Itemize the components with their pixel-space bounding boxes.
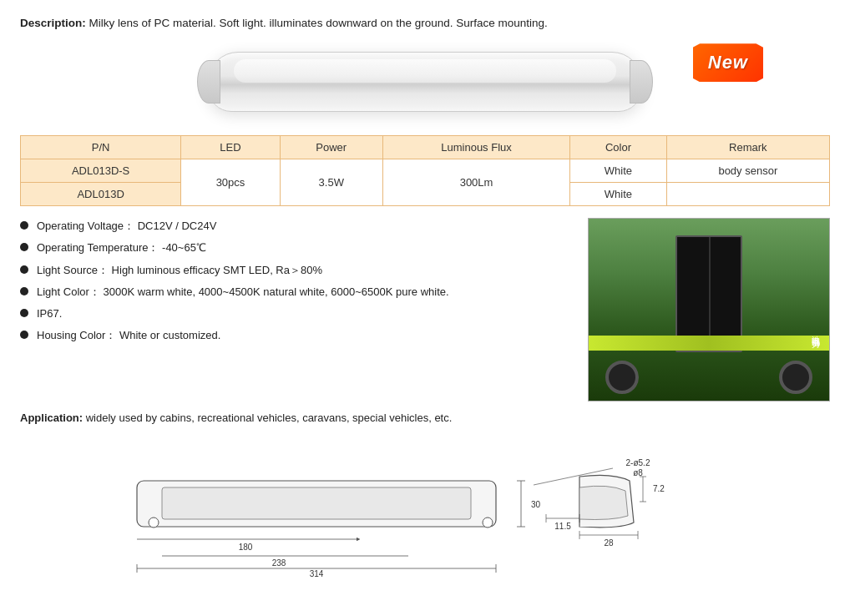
dim-180: 180	[239, 543, 253, 552]
product-lamp	[208, 52, 642, 112]
application-label: Application:	[20, 412, 83, 424]
description-text: Milky lens of PC material. Soft light. i…	[89, 17, 548, 29]
svg-point-2	[149, 518, 159, 528]
row12-power: 3.5W	[280, 159, 382, 206]
specs-list: Operating Voltage： DC12V / DC24V Operati…	[20, 218, 573, 349]
row12-led: 30pcs	[181, 159, 280, 206]
bus-door	[675, 235, 742, 352]
dim-7-2: 7.2	[653, 484, 665, 493]
bottom-section: Operating Voltage： DC12V / DC24V Operati…	[20, 218, 830, 401]
bus-wheel-right	[779, 361, 812, 394]
col-header-led: LED	[181, 136, 280, 159]
col-header-color: Color	[570, 136, 666, 159]
col-header-flux: Luminous Flux	[382, 136, 570, 159]
row12-flux: 300Lm	[382, 159, 570, 206]
svg-rect-1	[162, 487, 471, 519]
spec-voltage: Operating Voltage： DC12V / DC24V	[20, 218, 573, 235]
description-label: Description:	[20, 17, 86, 29]
bus-label: 油电混合动力	[809, 329, 821, 334]
spec-light-source: Light Source： High luminous efficacy SMT…	[20, 262, 573, 279]
diagram-svg: 180 238 314 30 2-ø5.2 ø8 11.5 7.2	[20, 439, 830, 577]
spec-table: P/N LED Power Luminous Flux Color Remark…	[20, 135, 830, 206]
bullet-dot	[20, 331, 28, 339]
dim-28: 28	[604, 538, 614, 548]
bus-body: 油电混合动力	[589, 219, 829, 401]
dim-238: 238	[272, 558, 286, 568]
row1-color: White	[570, 159, 666, 183]
dim-hole2: ø8	[633, 468, 643, 477]
dim-30: 30	[531, 500, 541, 509]
spec-light-color: Light Color： 3000K warm white, 4000~4500…	[20, 284, 573, 300]
bullet-dot	[20, 309, 28, 317]
bullet-dot	[20, 221, 28, 230]
diagram-area: 180 238 314 30 2-ø5.2 ø8 11.5 7.2	[20, 439, 830, 577]
dim-hole1: 2-ø5.2	[626, 458, 650, 467]
spec-ip: IP67.	[20, 305, 573, 322]
row2-pn: ADL013D	[21, 183, 181, 206]
row2-color: White	[570, 183, 666, 206]
bus-stripe	[589, 336, 829, 351]
application-paragraph: Application: widely used by cabins, recr…	[20, 410, 571, 427]
new-badge: New	[693, 43, 763, 82]
dim-314: 314	[310, 569, 324, 577]
bullet-dot	[20, 287, 28, 295]
bus-photo: 油电混合动力	[588, 218, 830, 401]
svg-point-3	[483, 518, 493, 528]
description-paragraph: Description: Milky lens of PC material. …	[20, 15, 830, 32]
col-header-power: Power	[280, 136, 382, 159]
table-row-1: ADL013D-S 30pcs 3.5W 300Lm White body se…	[21, 159, 830, 183]
col-header-remark: Remark	[666, 136, 829, 159]
bullet-dot	[20, 243, 28, 251]
bullet-dot	[20, 265, 28, 274]
lamp-end-right	[630, 60, 653, 104]
lamp-end-left	[197, 60, 220, 104]
dim-11-5: 11.5	[554, 522, 571, 531]
row1-remark: body sensor	[666, 159, 829, 183]
spec-temperature: Operating Temperature： -40~65℃	[20, 240, 573, 256]
col-header-pn: P/N	[21, 136, 181, 159]
bus-door-split	[709, 237, 711, 351]
row2-remark	[666, 183, 829, 206]
application-text-content: widely used by cabins, recreational vehi…	[86, 412, 453, 424]
new-badge-label: New	[693, 43, 763, 82]
product-image-area: New	[20, 40, 830, 124]
bus-wheel-left	[605, 361, 639, 394]
row1-pn: ADL013D-S	[21, 159, 181, 183]
spec-housing: Housing Color： White or customized.	[20, 327, 573, 344]
